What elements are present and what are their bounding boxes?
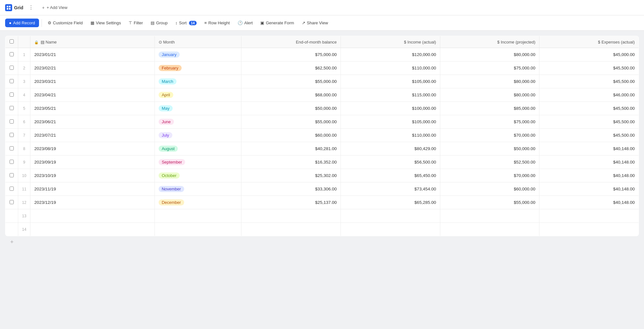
row-checkbox[interactable] [10, 160, 14, 164]
row-balance[interactable]: $16,352.00 [241, 156, 341, 169]
group-button[interactable]: ▤ Group [147, 19, 171, 27]
row-balance[interactable]: $62,500.00 [241, 61, 341, 75]
row-checkbox-cell[interactable] [5, 209, 18, 223]
row-checkbox[interactable] [10, 92, 14, 97]
add-view-button[interactable]: ＋ + Add View [39, 4, 70, 12]
row-expenses-actual[interactable]: $40,148.00 [539, 142, 639, 156]
row-income-projected[interactable]: $55,000.00 [440, 196, 539, 209]
row-income-projected[interactable]: $75,000.00 [440, 115, 539, 129]
row-expenses-actual[interactable]: $45,000.00 [539, 48, 639, 61]
row-income-actual[interactable]: $65,450.00 [341, 169, 440, 182]
table-row[interactable]: 5 2023/05/21 May $50,000.00 $100,000.00 … [5, 102, 639, 115]
row-month[interactable]: August [154, 142, 241, 156]
row-balance[interactable]: $55,000.00 [241, 75, 341, 88]
th-expenses-actual[interactable]: $ Expenses (actual) [539, 36, 639, 48]
row-checkbox-cell[interactable] [5, 48, 18, 61]
row-income-actual[interactable]: $110,000.00 [341, 61, 440, 75]
row-expenses-actual[interactable]: $40,148.00 [539, 196, 639, 209]
row-name[interactable]: 2023/01/21 [30, 48, 154, 61]
row-checkbox-cell[interactable] [5, 142, 18, 156]
row-income-actual[interactable]: $120,000.00 [341, 48, 440, 61]
row-name[interactable]: 2023/05/21 [30, 102, 154, 115]
row-balance[interactable]: $25,302.00 [241, 169, 341, 182]
row-income-projected[interactable]: $75,000.00 [440, 61, 539, 75]
table-row[interactable]: 6 2023/06/21 June $55,000.00 $105,000.00… [5, 115, 639, 129]
filter-button[interactable]: ⊤ Filter [125, 19, 146, 27]
row-checkbox-cell[interactable] [5, 88, 18, 102]
row-month[interactable]: December [154, 196, 241, 209]
row-income-projected[interactable]: $70,000.00 [440, 129, 539, 142]
row-income-projected[interactable] [440, 209, 539, 223]
row-month[interactable]: January [154, 48, 241, 61]
row-name[interactable]: 2023/02/21 [30, 61, 154, 75]
row-name[interactable]: 2023/09/19 [30, 156, 154, 169]
row-income-projected[interactable]: $80,000.00 [440, 48, 539, 61]
row-balance[interactable]: $40,281.00 [241, 142, 341, 156]
row-income-actual[interactable]: $80,429.00 [341, 142, 440, 156]
select-all-checkbox[interactable] [10, 39, 14, 44]
table-row[interactable]: 10 2023/10/19 October $25,302.00 $65,450… [5, 169, 639, 182]
row-checkbox-cell[interactable] [5, 102, 18, 115]
row-checkbox-cell[interactable] [5, 182, 18, 196]
row-name[interactable] [30, 223, 154, 236]
row-income-actual[interactable]: $56,500.00 [341, 156, 440, 169]
row-income-projected[interactable]: $70,000.00 [440, 169, 539, 182]
row-name[interactable]: 2023/12/19 [30, 196, 154, 209]
table-row[interactable]: 3 2023/03/21 March $55,000.00 $105,000.0… [5, 75, 639, 88]
row-month[interactable]: October [154, 169, 241, 182]
add-row-button[interactable]: + [5, 236, 19, 248]
row-income-actual[interactable]: $105,000.00 [341, 75, 440, 88]
row-checkbox-cell[interactable] [5, 196, 18, 209]
row-checkbox-cell[interactable] [5, 223, 18, 236]
row-checkbox[interactable] [10, 79, 14, 83]
row-checkbox[interactable] [10, 119, 14, 124]
row-month[interactable]: September [154, 156, 241, 169]
row-income-actual[interactable]: $105,000.00 [341, 115, 440, 129]
row-income-actual[interactable]: $73,454.00 [341, 182, 440, 196]
table-row[interactable]: 12 2023/12/19 December $25,137.00 $65,28… [5, 196, 639, 209]
th-checkbox[interactable] [5, 36, 18, 48]
generate-form-button[interactable]: ▣ Generate Form [257, 19, 297, 27]
row-month[interactable]: February [154, 61, 241, 75]
customize-field-button[interactable]: ⚙ Customize Field [44, 19, 86, 27]
table-row[interactable]: 4 2023/04/21 April $68,000.00 $115,000.0… [5, 88, 639, 102]
row-expenses-actual[interactable] [539, 209, 639, 223]
row-income-projected[interactable]: $60,000.00 [440, 182, 539, 196]
row-checkbox[interactable] [10, 52, 14, 56]
row-checkbox-cell[interactable] [5, 156, 18, 169]
row-income-projected[interactable]: $80,000.00 [440, 75, 539, 88]
row-height-button[interactable]: ≡ Row Height [201, 19, 233, 27]
row-name[interactable] [30, 209, 154, 223]
row-income-projected[interactable]: $50,000.00 [440, 142, 539, 156]
row-checkbox[interactable] [10, 187, 14, 191]
th-month[interactable]: ⊙ Month [154, 36, 241, 48]
row-month[interactable]: November [154, 182, 241, 196]
row-income-actual[interactable]: $110,000.00 [341, 129, 440, 142]
row-income-projected[interactable]: $52,500.00 [440, 156, 539, 169]
row-expenses-actual[interactable]: $45,500.00 [539, 102, 639, 115]
row-income-actual[interactable]: $65,285.00 [341, 196, 440, 209]
row-balance[interactable]: $50,000.00 [241, 102, 341, 115]
row-balance[interactable]: $25,137.00 [241, 196, 341, 209]
th-income-actual[interactable]: $ Income (actual) [341, 36, 440, 48]
row-expenses-actual[interactable]: $45,500.00 [539, 129, 639, 142]
row-income-projected[interactable] [440, 223, 539, 236]
row-expenses-actual[interactable]: $40,148.00 [539, 182, 639, 196]
row-checkbox[interactable] [10, 200, 14, 204]
row-name[interactable]: 2023/11/19 [30, 182, 154, 196]
th-income-projected[interactable]: $ Income (projected) [440, 36, 539, 48]
view-settings-button[interactable]: ▦ View Settings [87, 19, 124, 27]
th-balance[interactable]: End-of-month balance [241, 36, 341, 48]
row-balance[interactable]: $60,000.00 [241, 129, 341, 142]
row-month[interactable]: May [154, 102, 241, 115]
view-menu-button[interactable]: ⋮ [27, 4, 35, 11]
row-expenses-actual[interactable]: $40,148.00 [539, 156, 639, 169]
row-name[interactable]: 2023/03/21 [30, 75, 154, 88]
row-balance[interactable]: $55,000.00 [241, 115, 341, 129]
row-month[interactable]: April [154, 88, 241, 102]
table-row[interactable]: 14 [5, 223, 639, 236]
row-name[interactable]: 2023/07/21 [30, 129, 154, 142]
row-name[interactable]: 2023/10/19 [30, 169, 154, 182]
row-balance[interactable]: $33,306.00 [241, 182, 341, 196]
th-name[interactable]: 🔒 ▤ Name [30, 36, 154, 48]
